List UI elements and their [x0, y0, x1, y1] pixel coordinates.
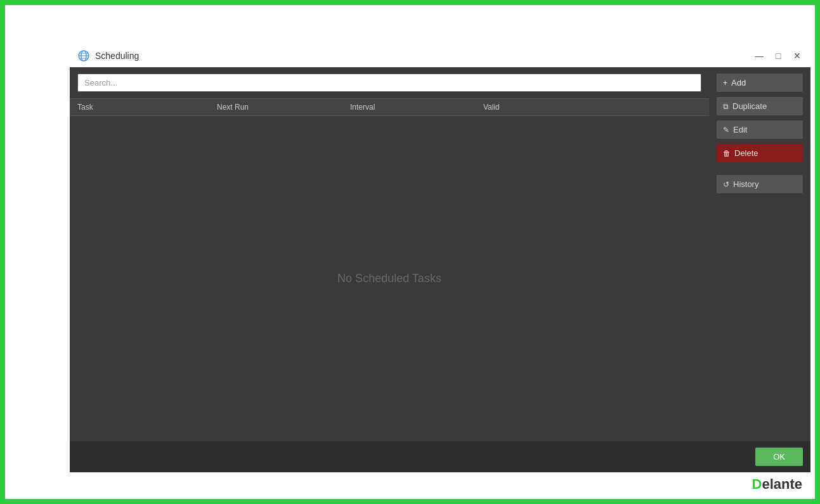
close-button[interactable]: ✕	[791, 50, 803, 61]
add-label: Add	[731, 78, 746, 87]
action-sidebar: + Add ⧉ Duplicate ✎ Edit 🗑 Delete ↺ H	[709, 67, 810, 441]
footer-row: OK	[70, 441, 810, 472]
col-valid: Valid	[483, 103, 701, 112]
branding-d: D	[752, 476, 762, 492]
delete-label: Delete	[734, 148, 758, 158]
history-button[interactable]: ↺ History	[717, 175, 803, 193]
table-header: Task Next Run Interval Valid	[70, 98, 709, 116]
history-icon: ↺	[723, 180, 729, 189]
branding: Delante	[752, 476, 802, 493]
edit-button[interactable]: ✎ Edit	[717, 120, 803, 139]
branding-rest: elante	[762, 476, 802, 492]
history-label: History	[733, 179, 758, 189]
duplicate-icon: ⧉	[723, 102, 729, 111]
add-button[interactable]: + Add	[717, 74, 803, 92]
col-next-run: Next Run	[217, 103, 350, 112]
edit-label: Edit	[733, 125, 747, 134]
maximize-button[interactable]: □	[772, 50, 784, 61]
minimize-button[interactable]: —	[753, 50, 765, 61]
scheduling-icon	[77, 49, 90, 62]
task-list: No Scheduled Tasks	[70, 116, 709, 441]
trash-icon: 🗑	[723, 149, 731, 158]
search-input[interactable]	[77, 74, 701, 92]
ok-button[interactable]: OK	[755, 448, 803, 466]
col-task: Task	[77, 103, 217, 112]
duplicate-button[interactable]: ⧉ Duplicate	[717, 97, 803, 115]
delete-button[interactable]: 🗑 Delete	[717, 144, 803, 162]
col-interval: Interval	[350, 103, 483, 112]
window-title: Scheduling	[95, 51, 753, 61]
add-icon: +	[723, 79, 727, 87]
edit-icon: ✎	[723, 126, 729, 134]
empty-message: No Scheduled Tasks	[337, 272, 441, 285]
duplicate-label: Duplicate	[732, 101, 767, 111]
